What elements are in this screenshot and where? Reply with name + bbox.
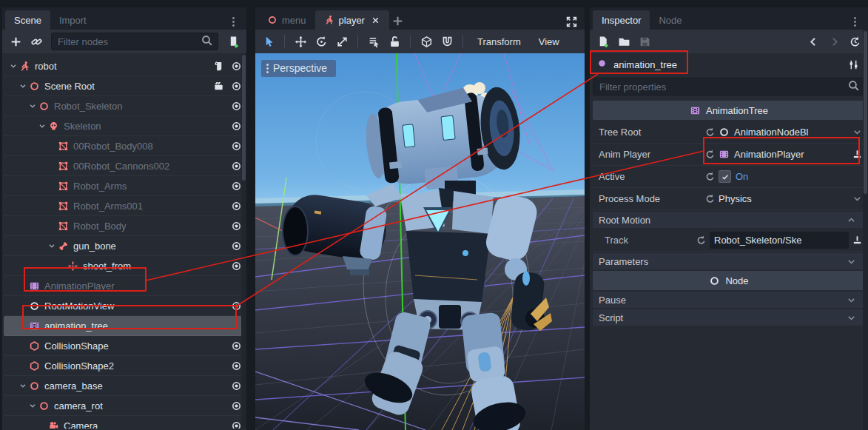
property-value-field[interactable]: AnimationPlayer — [719, 146, 849, 163]
distraction-free-icon[interactable] — [562, 13, 580, 30]
revert-icon[interactable] — [692, 235, 710, 246]
tree-row-Camera[interactable]: Camera — [4, 416, 245, 429]
tree-row-Skeleton[interactable]: Skeleton — [4, 116, 245, 136]
dock-options-icon[interactable] — [846, 13, 864, 30]
tab-inspector[interactable]: Inspector — [593, 10, 650, 30]
scene-tab-player[interactable]: player — [315, 10, 389, 30]
movie-clapper-icon — [213, 81, 224, 92]
eye-icon — [231, 141, 242, 152]
tree-row-00Robot_Body008[interactable]: 00Robot_Body008 — [4, 136, 245, 156]
perspective-menu[interactable]: Perspective — [261, 60, 336, 77]
node-button script-icon[interactable] — [209, 61, 227, 72]
add-node-button[interactable] — [7, 33, 24, 50]
history-forward-icon[interactable] — [825, 33, 843, 50]
load-resource-button[interactable] — [615, 33, 633, 50]
tree-row-Robot_Arms[interactable]: Robot_Arms — [4, 176, 245, 196]
property-value-field[interactable]: AnimationNodeBl — [719, 124, 849, 141]
list-select-tool-icon[interactable] — [365, 33, 383, 50]
lock-icon[interactable] — [386, 33, 403, 50]
revert-icon[interactable] — [701, 127, 719, 138]
attach-script-button[interactable] — [224, 33, 242, 50]
mesh-instance-icon — [57, 181, 70, 192]
property-active[interactable]: ActiveOn — [593, 166, 865, 188]
tab-scene[interactable]: Scene — [5, 10, 50, 30]
revert-icon[interactable] — [701, 149, 719, 160]
category-node[interactable]: Node — [593, 271, 865, 290]
close-tab-icon[interactable] — [371, 16, 380, 25]
dock-options-icon[interactable] — [224, 13, 242, 30]
collapse-arrow-icon[interactable] — [27, 101, 38, 110]
property-track[interactable]: TrackRobot_Skeleton/Ske — [593, 229, 865, 252]
category-animationtree[interactable]: AnimationTree — [593, 101, 865, 120]
collapse-arrow-icon[interactable] — [37, 121, 47, 130]
move-tool-icon[interactable] — [292, 33, 309, 50]
tree-row-Scene Root[interactable]: Scene Root — [4, 76, 245, 96]
view-menu[interactable]: View — [531, 36, 567, 47]
eye-icon — [231, 360, 242, 372]
history-back-icon[interactable] — [804, 33, 822, 50]
collapse-arrow-icon[interactable] — [47, 241, 57, 250]
tree-row-AnimationPlayer[interactable]: AnimationPlayer — [4, 276, 245, 296]
property-value-field[interactable]: On — [719, 168, 849, 185]
checkbox-checked[interactable] — [719, 170, 731, 183]
tree-row-CollisionShape[interactable]: CollisionShape — [4, 336, 245, 356]
tree-row-robot[interactable]: robot — [4, 56, 245, 76]
tree-node-label: 00Robot_Cannons002 — [73, 161, 169, 172]
tab-import[interactable]: Import — [50, 10, 95, 30]
tree-row-00Robot_Cannons002[interactable]: 00Robot_Cannons002 — [4, 156, 245, 176]
node-button movie-clapper-icon[interactable] — [209, 81, 227, 92]
inspector-dock: InspectorNode animation_tree AnimationTr… — [590, 7, 868, 430]
property-tree-root[interactable]: Tree RootAnimationNodeBl — [593, 121, 865, 144]
save-resource-button[interactable] — [636, 33, 653, 50]
tree-row-CollisionShape2[interactable]: CollisionShape2 — [4, 356, 245, 376]
tree-row-camera_base[interactable]: camera_base — [4, 376, 245, 396]
collapse-arrow-icon[interactable] — [18, 381, 28, 390]
3d-viewport[interactable]: Perspective — [255, 53, 585, 430]
section-parameters[interactable]: Parameters — [593, 253, 865, 269]
tree-row-Robot_Arms001[interactable]: Robot_Arms001 — [4, 196, 245, 216]
property-anim-player[interactable]: Anim PlayerAnimationPlayer — [593, 144, 865, 166]
revert-icon[interactable] — [701, 193, 719, 204]
object-tools-icon[interactable] — [844, 56, 862, 73]
tree-row-camera_rot[interactable]: camera_rot — [4, 396, 245, 416]
position-3d-icon — [67, 261, 79, 272]
tab-node[interactable]: Node — [650, 10, 690, 30]
snap-icon[interactable] — [438, 33, 456, 50]
tree-node-label: Skeleton — [64, 121, 101, 132]
instance-scene-button[interactable] — [27, 33, 45, 50]
scene-tab-menu[interactable]: menu — [258, 10, 315, 30]
eye-icon — [231, 101, 242, 112]
collapse-arrow-icon[interactable] — [27, 401, 38, 410]
new-resource-button[interactable] — [594, 33, 612, 50]
tree-row-animation_tree[interactable]: animation_tree — [4, 316, 245, 336]
local-space-icon[interactable] — [417, 33, 435, 50]
transform-menu[interactable]: Transform — [470, 36, 528, 47]
tree-row-gun_bone[interactable]: gun_bone — [4, 236, 245, 256]
filter-nodes-input[interactable] — [56, 36, 196, 48]
new-scene-tab-button[interactable] — [389, 12, 407, 30]
eye-icon — [231, 161, 242, 172]
property-process-mode[interactable]: Process ModePhysics — [593, 188, 865, 210]
tree-row-Robot_Skeleton[interactable]: Robot_Skeleton — [4, 96, 245, 116]
tree-row-RootMotionView[interactable]: RootMotionView — [4, 296, 245, 316]
edit-history-icon[interactable] — [846, 33, 864, 50]
select-tool-icon[interactable] — [260, 33, 277, 50]
section-root-motion[interactable]: Root Motion — [593, 212, 865, 228]
scene-tree-scrollbar[interactable] — [241, 53, 246, 429]
filter-properties-input[interactable] — [598, 81, 843, 93]
inspector-scrollbar[interactable] — [863, 30, 868, 430]
tree-row-shoot_from[interactable]: shoot_from — [4, 256, 245, 276]
rotate-tool-icon[interactable] — [312, 33, 330, 50]
tree-row-Robot_Body[interactable]: Robot_Body — [4, 216, 245, 236]
section-script[interactable]: Script — [593, 309, 865, 326]
eye-icon — [231, 300, 242, 312]
property-value-field[interactable]: Robot_Skeleton/Ske — [710, 232, 849, 249]
scale-tool-icon[interactable] — [333, 33, 351, 50]
eye-icon — [231, 81, 242, 92]
revert-icon[interactable] — [701, 171, 719, 182]
collapse-arrow-icon[interactable] — [8, 61, 18, 70]
collapse-arrow-icon[interactable] — [18, 81, 28, 90]
section-pause[interactable]: Pause — [593, 292, 865, 308]
property-value-field[interactable]: Physics — [719, 190, 849, 207]
tree-node-label: CollisionShape2 — [44, 360, 114, 372]
